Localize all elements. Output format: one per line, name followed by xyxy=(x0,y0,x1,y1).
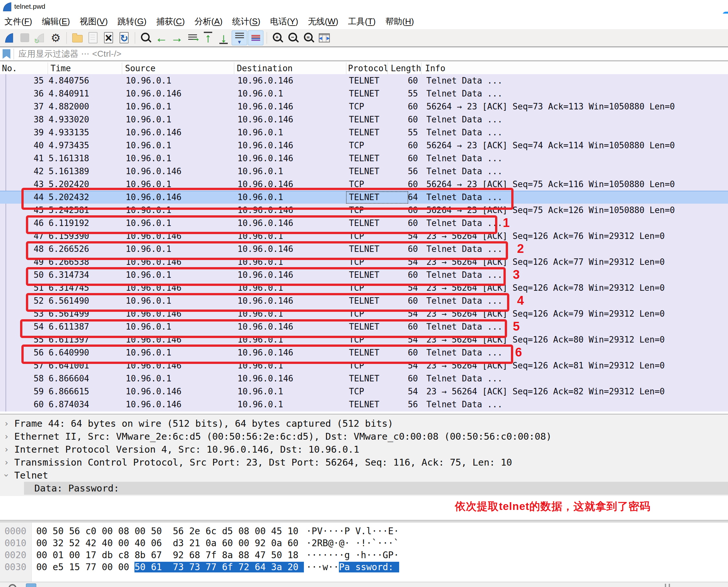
packet-row-52[interactable]: 526.56149010.96.0.110.96.0.146TELNET60Te… xyxy=(0,294,728,307)
column-header-no[interactable]: No. xyxy=(2,64,17,73)
menu-v[interactable]: 视图(V) xyxy=(80,16,108,27)
packet-row-56[interactable]: 566.64099010.96.0.110.96.0.146TELNET60Te… xyxy=(0,346,728,359)
hex-row-0030[interactable]: 003000 e5 15 77 00 00 50 61 73 73 77 6f … xyxy=(0,561,728,573)
colorize-button[interactable] xyxy=(248,30,264,45)
column-header-source[interactable]: Source xyxy=(125,64,156,73)
detail-text: Transmission Control Protocol, Src Port:… xyxy=(14,456,512,469)
zoom-out-button[interactable]: − xyxy=(286,31,301,45)
pane-divider-top[interactable] xyxy=(0,412,728,415)
packet-row-46[interactable]: 466.11919210.96.0.110.96.0.146TELNET60Te… xyxy=(0,217,728,230)
expand-arrow-icon[interactable]: › xyxy=(4,417,9,430)
column-separator[interactable] xyxy=(346,63,346,74)
find-packet-button[interactable] xyxy=(138,31,153,45)
column-separator[interactable] xyxy=(421,63,422,74)
column-separator[interactable] xyxy=(387,63,388,74)
detail-line-4[interactable]: ›Telnet xyxy=(0,469,728,482)
packet-row-37[interactable]: 374.88200010.96.0.110.96.0.146TCP6056264… xyxy=(0,100,728,113)
auto-scroll-button[interactable]: ▼ xyxy=(232,30,247,45)
start-capture-button[interactable] xyxy=(2,31,17,45)
close-file-button[interactable]: × xyxy=(101,31,116,45)
column-separator[interactable] xyxy=(234,63,234,74)
focused-cell-outline xyxy=(346,191,408,204)
bytes: ···w·· xyxy=(306,562,339,572)
menu-f[interactable]: 文件(F) xyxy=(4,16,32,27)
detail-line-2[interactable]: ›Internet Protocol Version 4, Src: 10.96… xyxy=(0,443,728,456)
detail-line-1[interactable]: ›Ethernet II, Src: VMware_2e:6c:d5 (00:5… xyxy=(0,430,728,443)
cell-src: 10.96.0.1 xyxy=(126,152,172,165)
go-to-packet-button[interactable]: → xyxy=(185,31,200,45)
packet-row-53[interactable]: 536.56149910.96.0.14610.96.0.1TCP5423 → … xyxy=(0,307,728,320)
packet-row-41[interactable]: 415.16131810.96.0.110.96.0.146TELNET60Te… xyxy=(0,152,728,165)
cell-proto: TCP xyxy=(349,230,364,242)
packet-row-60[interactable]: 606.87403410.96.0.14610.96.0.1TELNET56Te… xyxy=(0,398,728,411)
column-header-length[interactable]: Length xyxy=(391,64,421,73)
detail-line-0[interactable]: ›Frame 44: 64 bytes on wire (512 bits), … xyxy=(0,417,728,430)
reload-file-button[interactable]: ↻ xyxy=(117,31,132,45)
filter-bookmark-icon[interactable] xyxy=(3,49,10,59)
red-annotation-number-1: 1 xyxy=(503,216,509,230)
cell-info: Telnet Data ... xyxy=(426,87,502,100)
column-header-protocol[interactable]: Protocol xyxy=(348,64,388,73)
packet-row-48[interactable]: 486.26652610.96.0.110.96.0.146TELNET60Te… xyxy=(0,242,728,255)
packet-row-39[interactable]: 394.93313510.96.0.14610.96.0.1TELNET55Te… xyxy=(0,126,728,139)
packet-row-42[interactable]: 425.16138910.96.0.14610.96.0.1TELNET56Te… xyxy=(0,165,728,178)
capture-comment-icon[interactable] xyxy=(26,583,36,587)
column-header-info[interactable]: Info xyxy=(425,64,446,73)
expand-arrow-icon[interactable]: › xyxy=(4,456,9,469)
go-forward-button[interactable]: → xyxy=(169,31,184,45)
display-filter-input[interactable]: 应用显示过滤器 ⋯ <Ctrl-/> xyxy=(19,48,121,60)
packet-row-47[interactable]: 476.15939010.96.0.14610.96.0.1TCP5423 → … xyxy=(0,230,728,242)
menu-e[interactable]: 编辑(E) xyxy=(42,16,70,27)
packet-row-35[interactable]: 354.84075610.96.0.110.96.0.146TELNET60Te… xyxy=(0,74,728,87)
column-header-destination[interactable]: Destination xyxy=(237,64,293,73)
menu-g[interactable]: 跳转(G) xyxy=(118,16,147,27)
restart-capture-button[interactable]: ↻ xyxy=(33,31,48,45)
packet-row-51[interactable]: 516.31474510.96.0.14610.96.0.1TCP5423 → … xyxy=(0,281,728,294)
detail-line-3[interactable]: ›Transmission Control Protocol, Src Port… xyxy=(0,456,728,469)
menu-a[interactable]: 分析(A) xyxy=(195,16,223,27)
menu-w[interactable]: 无线(W) xyxy=(308,16,338,27)
packet-row-59[interactable]: 596.86661510.96.0.14610.96.0.1TCP5423 → … xyxy=(0,385,728,398)
packet-row-43[interactable]: 435.20242010.96.0.110.96.0.146TCP6056264… xyxy=(0,178,728,191)
hex-row-0000[interactable]: 000000 50 56 c0 00 08 00 50 56 2e 6c d5 … xyxy=(0,525,728,537)
stop-capture-button[interactable] xyxy=(17,31,32,45)
open-file-button[interactable] xyxy=(70,31,85,45)
menu-h[interactable]: 帮助(H) xyxy=(386,16,414,27)
go-last-button[interactable]: ↓ xyxy=(216,31,231,45)
hex-row-0020[interactable]: 002000 01 00 17 db c8 8b 67 92 68 7f 8a … xyxy=(0,549,728,561)
packet-row-45[interactable]: 455.24258110.96.0.110.96.0.146TCP6056264… xyxy=(0,204,728,217)
column-separator[interactable] xyxy=(48,63,48,74)
packet-row-58[interactable]: 586.86660410.96.0.110.96.0.146TELNET60Te… xyxy=(0,372,728,385)
detail-line-5[interactable]: Data: Password: xyxy=(0,482,728,495)
packet-row-55[interactable]: 556.61139710.96.0.14610.96.0.1TCP5423 → … xyxy=(0,333,728,346)
menu-t[interactable]: 工具(T) xyxy=(348,16,376,27)
packet-row-36[interactable]: 364.84091110.96.0.14610.96.0.1TELNET55Te… xyxy=(0,87,728,100)
menu-c[interactable]: 捕获(C) xyxy=(156,16,185,27)
red-annotation-number-6: 6 xyxy=(515,346,522,359)
packet-row-40[interactable]: 404.97343510.96.0.110.96.0.146TCP6056264… xyxy=(0,139,728,152)
packet-row-38[interactable]: 384.93302010.96.0.110.96.0.146TELNET60Te… xyxy=(0,113,728,126)
zoom-in-button[interactable]: + xyxy=(270,31,285,45)
zoom-original-button[interactable]: = xyxy=(301,31,316,45)
expert-info-icon[interactable] xyxy=(8,584,17,587)
menu-s[interactable]: 统计(S) xyxy=(232,16,260,27)
collapse-arrow-icon[interactable]: › xyxy=(0,473,13,478)
save-file-button[interactable] xyxy=(86,31,100,45)
expand-arrow-icon[interactable]: › xyxy=(4,443,9,456)
hex-row-0010[interactable]: 001000 32 52 42 40 00 40 06 d3 21 0a 60 … xyxy=(0,537,728,549)
packet-row-57[interactable]: 576.64100110.96.0.14610.96.0.1TCP5423 → … xyxy=(0,359,728,372)
cell-dst: 10.96.0.146 xyxy=(237,152,293,165)
packet-row-54[interactable]: 546.61138710.96.0.110.96.0.146TELNET60Te… xyxy=(0,320,728,333)
column-header-time[interactable]: Time xyxy=(50,64,71,73)
go-back-button[interactable]: ← xyxy=(154,31,169,45)
resize-columns-button[interactable]: ◀▶ xyxy=(317,31,332,45)
column-separator[interactable] xyxy=(122,63,122,74)
packet-row-50[interactable]: 506.31473410.96.0.110.96.0.146TELNET60Te… xyxy=(0,268,728,281)
go-first-button[interactable]: ↑ xyxy=(201,31,215,45)
expand-arrow-icon[interactable]: › xyxy=(4,430,9,443)
capture-options-button[interactable]: ⚙ xyxy=(48,31,63,45)
menu-y[interactable]: 电话(Y) xyxy=(270,16,298,27)
display-filter-bar[interactable]: 应用显示过滤器 ⋯ <Ctrl-/> xyxy=(0,47,728,61)
packet-row-49[interactable]: 496.26653810.96.0.14610.96.0.1TCP5423 → … xyxy=(0,255,728,268)
packet-row-44[interactable]: 445.20243210.96.0.14610.96.0.1TELNET64Te… xyxy=(0,191,728,204)
